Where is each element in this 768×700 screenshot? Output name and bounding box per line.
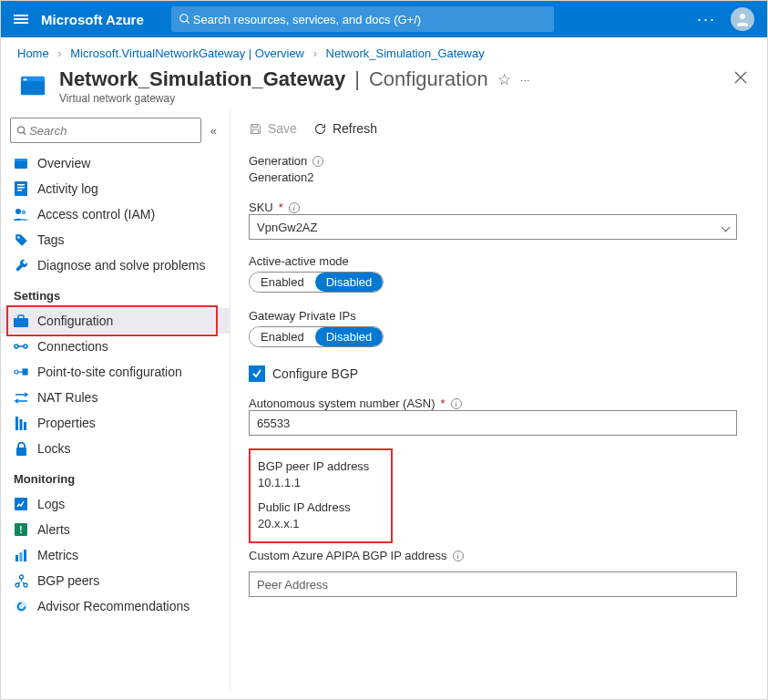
user-avatar[interactable] xyxy=(731,7,754,31)
toggle-disabled[interactable]: Disabled xyxy=(315,327,384,346)
svg-rect-13 xyxy=(17,184,25,186)
toggle-enabled[interactable]: Enabled xyxy=(250,327,315,346)
connections-icon xyxy=(14,339,28,354)
asn-label: Autonomous system number (ASN)*i xyxy=(249,396,749,410)
generation-value: Generation2 xyxy=(249,168,749,197)
sidebar-item-nat-rules[interactable]: NAT Rules xyxy=(1,385,230,410)
page-section: Configuration xyxy=(369,67,488,91)
sidebar-item-bgp-peers[interactable]: BGP peers xyxy=(1,568,230,593)
svg-point-24 xyxy=(15,370,18,374)
public-ip-value: 20.x.x.1 xyxy=(258,514,740,534)
sidebar-item-label: BGP peers xyxy=(37,573,99,588)
sidebar-item-connections[interactable]: Connections xyxy=(1,334,230,359)
lock-icon xyxy=(14,441,28,456)
content-pane: Save Refresh Generationi Generation2 SKU… xyxy=(230,110,767,690)
sidebar-item-label: Configuration xyxy=(37,314,113,328)
sidebar-item-locks[interactable]: Locks xyxy=(1,436,230,461)
sidebar-item-configuration[interactable]: Configuration xyxy=(1,308,230,334)
sidebar-item-overview[interactable]: Overview xyxy=(1,150,230,176)
more-actions-icon[interactable]: ··· xyxy=(520,73,530,87)
apipa-label: Custom Azure APIPA BGP IP addressi xyxy=(249,549,749,562)
configure-bgp-checkbox[interactable]: Configure BGP xyxy=(249,365,749,382)
sidebar-item-p2s[interactable]: Point-to-site configuration xyxy=(1,359,230,385)
toolbox-icon xyxy=(14,314,28,328)
breadcrumb-link[interactable]: Home xyxy=(17,46,49,60)
sidebar-item-logs[interactable]: Logs xyxy=(1,491,230,517)
svg-rect-3 xyxy=(21,79,45,95)
sidebar-item-label: Access control (IAM) xyxy=(37,207,155,221)
svg-line-9 xyxy=(24,132,26,135)
properties-icon xyxy=(14,416,28,430)
svg-rect-41 xyxy=(252,124,257,127)
favorite-star-icon[interactable]: ☆ xyxy=(497,70,511,89)
save-icon xyxy=(249,122,262,136)
info-icon[interactable]: i xyxy=(312,156,323,167)
sku-value: VpnGw2AZ xyxy=(257,221,317,234)
sidebar-item-label: Point-to-site configuration xyxy=(37,365,182,379)
collapse-sidebar-icon[interactable]: « xyxy=(207,122,220,139)
sidebar-item-tags[interactable]: Tags xyxy=(1,227,230,252)
page-title: Network_Simulation_Gateway xyxy=(59,67,345,91)
sidebar-item-label: Properties xyxy=(37,416,96,430)
svg-rect-29 xyxy=(24,422,26,430)
more-menu-icon[interactable]: ··· xyxy=(697,10,716,29)
advisor-icon xyxy=(14,599,28,613)
sidebar-item-properties[interactable]: Properties xyxy=(1,410,230,436)
sidebar-item-label: Locks xyxy=(37,441,71,456)
svg-rect-34 xyxy=(15,555,18,561)
svg-point-18 xyxy=(17,236,20,239)
apipa-input[interactable]: Peer Address xyxy=(249,571,737,597)
svg-rect-5 xyxy=(24,78,27,80)
svg-rect-30 xyxy=(16,448,26,456)
sidebar-search[interactable] xyxy=(10,118,201,143)
active-mode-toggle[interactable]: Enabled Disabled xyxy=(249,272,384,293)
close-button[interactable] xyxy=(731,67,751,90)
sidebar-item-label: Logs xyxy=(37,497,65,511)
svg-rect-11 xyxy=(15,159,27,161)
page-subtitle: Virtual network gateway xyxy=(59,92,731,105)
breadcrumb-link[interactable]: Network_Simulation_Gateway xyxy=(326,46,485,60)
save-button[interactable]: Save xyxy=(249,121,297,136)
sidebar-item-diagnose[interactable]: Diagnose and solve problems xyxy=(1,252,230,278)
resource-icon xyxy=(17,71,48,98)
sku-dropdown[interactable]: VpnGw2AZ xyxy=(249,214,737,240)
info-icon[interactable]: i xyxy=(453,551,464,561)
sidebar-item-access-control[interactable]: Access control (IAM) xyxy=(1,201,230,227)
svg-point-2 xyxy=(740,14,745,19)
svg-rect-36 xyxy=(24,550,26,561)
global-search-input[interactable] xyxy=(191,12,547,27)
active-mode-label: Active-active mode xyxy=(249,254,749,268)
toggle-disabled[interactable]: Disabled xyxy=(315,273,384,292)
svg-rect-31 xyxy=(15,498,27,510)
sidebar-item-activity-log[interactable]: Activity log xyxy=(1,176,230,201)
sidebar-item-advisor[interactable]: Advisor Recommendations xyxy=(1,593,230,619)
svg-point-21 xyxy=(15,345,18,348)
gateway-private-ips-label: Gateway Private IPs xyxy=(249,309,749,323)
gateway-private-ips-toggle[interactable]: Enabled Disabled xyxy=(249,326,384,347)
asn-input[interactable]: 65533 xyxy=(249,410,737,436)
sidebar: « Overview Activity log Access control (… xyxy=(1,110,230,690)
breadcrumb-link[interactable]: Microsoft.VirtualNetworkGateway | Overvi… xyxy=(70,46,304,60)
hamburger-menu-icon[interactable] xyxy=(1,13,41,26)
svg-rect-15 xyxy=(17,190,22,191)
chevron-right-icon: › xyxy=(308,46,323,60)
sidebar-search-input[interactable] xyxy=(27,123,195,139)
svg-rect-12 xyxy=(15,181,27,196)
sidebar-item-metrics[interactable]: Metrics xyxy=(1,542,230,568)
refresh-button[interactable]: Refresh xyxy=(313,121,377,136)
svg-line-1 xyxy=(187,21,189,24)
global-search[interactable] xyxy=(171,6,554,32)
checkbox-checked-icon xyxy=(249,365,265,382)
svg-rect-10 xyxy=(15,160,27,169)
public-ip-label: Public IP Address xyxy=(258,500,740,514)
content-toolbar: Save Refresh xyxy=(249,118,749,150)
tag-icon xyxy=(14,232,28,247)
chevron-right-icon: › xyxy=(52,46,67,60)
info-icon[interactable]: i xyxy=(451,398,462,409)
sidebar-item-alerts[interactable]: !Alerts xyxy=(1,517,230,542)
svg-point-17 xyxy=(22,211,26,215)
info-icon[interactable]: i xyxy=(289,202,300,213)
sidebar-item-label: Alerts xyxy=(37,522,70,537)
configure-bgp-label: Configure BGP xyxy=(272,366,358,381)
toggle-enabled[interactable]: Enabled xyxy=(250,273,315,292)
